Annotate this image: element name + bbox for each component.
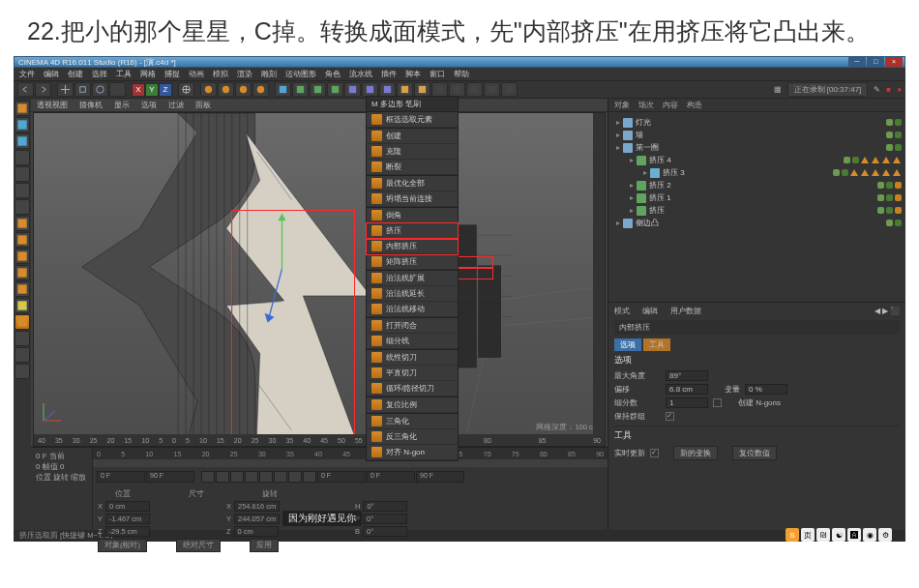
vp-tab[interactable]: 选项	[141, 100, 157, 110]
mode-btn-9[interactable]	[15, 249, 30, 264]
vp-tab[interactable]: 面板	[195, 100, 211, 110]
ctx-框选选取元素[interactable]: 框选选取元素	[367, 112, 458, 128]
frame-field[interactable]: 90 F	[146, 471, 194, 483]
mode-btn-5[interactable]	[15, 183, 30, 198]
brush-tool[interactable]	[109, 82, 126, 97]
ctx-最优化全部[interactable]: 最优化全部	[367, 176, 458, 191]
menu-编辑[interactable]: 编辑	[44, 69, 59, 79]
prim-btn-1[interactable]	[292, 82, 309, 97]
ctx-内部挤压[interactable]: 内部挤压	[367, 239, 458, 254]
layout-icon[interactable]: ▦	[774, 85, 782, 94]
ctx-线性切刀[interactable]: 线性切刀	[367, 350, 458, 366]
prim-btn-11[interactable]	[466, 82, 483, 97]
ctx-三角化[interactable]: 三角化	[367, 414, 458, 429]
obj-tab[interactable]: 构造	[687, 100, 702, 110]
scene-item[interactable]: ▸挤压 1	[612, 191, 902, 204]
ctx-对齐 N-gon[interactable]: 对齐 N-gon	[367, 445, 458, 460]
prim-btn-9[interactable]	[431, 82, 448, 97]
mode-btn-1[interactable]	[15, 117, 30, 132]
prim-btn-6[interactable]	[379, 82, 396, 97]
mode-btn-10[interactable]	[15, 265, 30, 280]
mode-btn-15[interactable]	[15, 347, 30, 363]
playback-btn[interactable]	[303, 471, 316, 483]
playback-btn[interactable]	[216, 471, 229, 483]
prim-btn-2[interactable]	[310, 82, 326, 97]
scene-item[interactable]: ▸墙	[612, 129, 902, 141]
maximize-button[interactable]: □	[867, 57, 884, 67]
vp-tab[interactable]: 摄像机	[79, 100, 103, 110]
scene-item[interactable]: ▸挤压 4	[612, 154, 902, 166]
attr-subtab[interactable]: 选项	[614, 338, 641, 351]
ctx-沿法线延长[interactable]: 沿法线延长	[367, 286, 458, 302]
frame-field[interactable]: 0 F	[367, 471, 415, 483]
prim-btn-12[interactable]	[484, 82, 500, 97]
menu-插件[interactable]: 插件	[381, 69, 397, 79]
mode-btn-6[interactable]	[15, 199, 30, 215]
menu-窗口[interactable]: 窗口	[430, 69, 445, 79]
ctx-坍塌当前连接[interactable]: 坍塌当前连接	[367, 191, 458, 207]
minimize-button[interactable]: ─	[848, 57, 866, 67]
menu-模拟[interactable]: 模拟	[213, 69, 228, 79]
ctx-打开闭合[interactable]: 打开闭合	[367, 318, 458, 334]
playback-btn[interactable]	[201, 471, 215, 483]
mode-btn-16[interactable]	[15, 364, 30, 379]
menu-运动图形[interactable]: 运动图形	[285, 69, 316, 79]
menu-捕捉[interactable]: 捕捉	[164, 69, 180, 79]
undo-button[interactable]	[17, 82, 34, 97]
menu-创建[interactable]: 创建	[68, 69, 83, 79]
viewport-left[interactable]: 4035302520151050510152025303540455055	[33, 112, 368, 447]
move-tool[interactable]	[57, 82, 74, 97]
mode-btn-4[interactable]	[15, 166, 30, 182]
ctx-倒角[interactable]: 倒角	[367, 208, 458, 223]
playback-btn[interactable]	[259, 471, 273, 483]
mode-btn-7[interactable]	[15, 216, 30, 231]
ctx-沿法线扩展[interactable]: 沿法线扩展	[367, 271, 458, 286]
ctx-创建[interactable]: 创建	[367, 129, 458, 144]
ctx-复位比例[interactable]: 复位比例	[367, 397, 458, 413]
settings-icon[interactable]: ✎	[874, 85, 880, 94]
ctx-细分线[interactable]: 细分线	[367, 334, 458, 349]
ctx-沿法线移动[interactable]: 沿法线移动	[367, 302, 458, 317]
render-btn-1[interactable]	[218, 82, 234, 97]
menu-网格[interactable]: 网格	[140, 69, 156, 79]
ctx-克隆[interactable]: 克隆	[367, 144, 458, 160]
axis-lock[interactable]: XYZ	[132, 83, 172, 97]
stop-record-icon[interactable]: ■	[886, 85, 891, 94]
mode-btn-8[interactable]	[15, 232, 30, 248]
world-toggle[interactable]	[178, 82, 194, 97]
ctx-反三角化[interactable]: 反三角化	[367, 429, 458, 445]
mode-btn-14[interactable]	[15, 331, 30, 346]
menu-帮助[interactable]: 帮助	[454, 69, 469, 79]
vp-tab[interactable]: 过滤	[168, 100, 184, 110]
prim-btn-10[interactable]	[449, 82, 465, 97]
obj-tab[interactable]: 内容	[663, 100, 678, 110]
scene-item[interactable]: ▸侧边凸	[612, 217, 902, 229]
render-btn-2[interactable]	[235, 82, 252, 97]
playback-btn[interactable]	[274, 471, 287, 483]
scale-tool[interactable]	[74, 82, 91, 97]
playback-btn[interactable]	[230, 471, 244, 483]
rotate-tool[interactable]	[92, 82, 108, 97]
render-btn-0[interactable]	[200, 82, 217, 97]
redo-button[interactable]	[35, 82, 51, 97]
frame-field[interactable]: 90 F	[416, 471, 464, 483]
mode-btn-12[interactable]	[15, 298, 30, 313]
mode-btn-13[interactable]	[15, 314, 30, 330]
mode-btn-3[interactable]	[15, 150, 30, 165]
frame-field[interactable]: 0 F	[317, 471, 366, 483]
menu-脚本[interactable]: 脚本	[405, 69, 421, 79]
menu-文件[interactable]: 文件	[19, 69, 35, 79]
frame-field[interactable]: 0 F	[97, 471, 145, 483]
scene-item[interactable]: ▸挤压 3	[612, 166, 902, 179]
render-btn-3[interactable]	[252, 82, 269, 97]
prim-btn-8[interactable]	[414, 82, 430, 97]
scene-item[interactable]: ▸挤压	[612, 204, 902, 217]
prim-btn-5[interactable]	[362, 82, 378, 97]
playback-btn[interactable]	[245, 471, 258, 483]
menu-角色[interactable]: 角色	[325, 69, 341, 79]
prim-btn-0[interactable]	[275, 82, 291, 97]
scene-item[interactable]: ▸灯光	[612, 116, 902, 129]
menu-流水线[interactable]: 流水线	[349, 69, 372, 79]
obj-tab[interactable]: 对象	[614, 100, 630, 110]
record-icon[interactable]: ●	[897, 85, 902, 94]
